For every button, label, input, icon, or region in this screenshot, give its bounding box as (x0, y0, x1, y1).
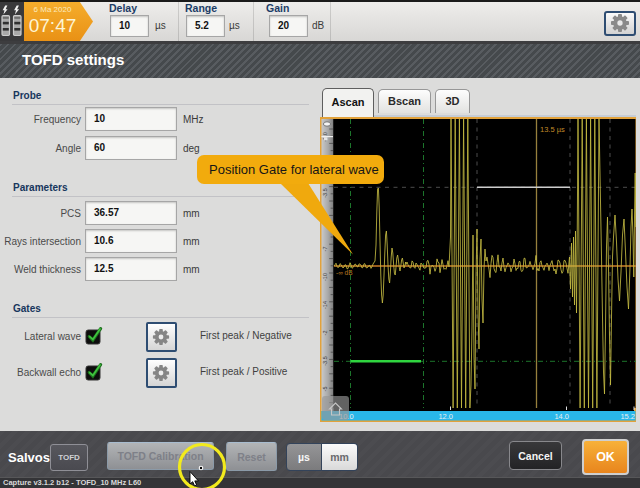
svg-text:-14: -14 (322, 301, 328, 309)
svg-text:-5: -5 (322, 387, 328, 392)
svg-text:-2: -2 (322, 331, 328, 336)
svg-text:15.2: 15.2 (620, 412, 635, 421)
svg-text:13.5 µs: 13.5 µs (540, 125, 565, 134)
svg-text:14.0: 14.0 (554, 412, 569, 421)
svg-text:-3.5: -3.5 (322, 356, 328, 365)
svg-text:-10: -10 (322, 273, 328, 281)
svg-text:-∞ dB: -∞ dB (336, 269, 353, 276)
svg-text:12.0: 12.0 (438, 412, 453, 421)
